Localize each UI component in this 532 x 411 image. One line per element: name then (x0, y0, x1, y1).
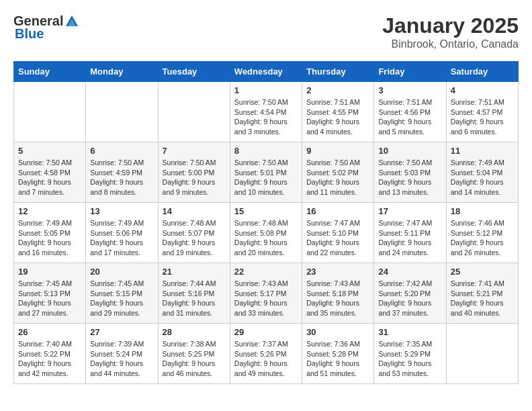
day-info: Sunrise: 7:51 AMSunset: 4:55 PMDaylight:… (306, 97, 369, 137)
day-number: 17 (378, 206, 441, 216)
header-friday: Friday (374, 62, 446, 82)
day-number: 26 (18, 327, 81, 337)
week-row-1: 1Sunrise: 7:50 AMSunset: 4:54 PMDaylight… (14, 82, 519, 142)
day-info: Sunrise: 7:43 AMSunset: 5:17 PMDaylight:… (234, 279, 298, 318)
day-cell: 25Sunrise: 7:41 AMSunset: 5:21 PMDayligh… (446, 263, 518, 324)
day-info: Sunrise: 7:39 AMSunset: 5:24 PMDaylight:… (90, 339, 153, 379)
day-info: Sunrise: 7:48 AMSunset: 5:07 PMDaylight:… (163, 218, 226, 258)
day-number: 10 (378, 146, 441, 156)
day-cell: 30Sunrise: 7:36 AMSunset: 5:28 PMDayligh… (302, 324, 374, 384)
day-cell: 17Sunrise: 7:47 AMSunset: 5:11 PMDayligh… (374, 203, 446, 263)
day-info: Sunrise: 7:42 AMSunset: 5:20 PMDaylight:… (378, 279, 441, 318)
day-cell (158, 82, 230, 142)
day-cell: 26Sunrise: 7:40 AMSunset: 5:22 PMDayligh… (14, 324, 86, 384)
day-number: 15 (234, 206, 298, 216)
day-cell (14, 82, 86, 142)
logo-blue: Blue (13, 26, 44, 42)
month-title: January 2025 (382, 13, 519, 38)
calendar-header: SundayMondayTuesdayWednesdayThursdayFrid… (14, 62, 519, 82)
day-number: 4 (451, 85, 514, 95)
week-row-4: 19Sunrise: 7:45 AMSunset: 5:13 PMDayligh… (14, 263, 519, 324)
header-tuesday: Tuesday (158, 62, 230, 82)
day-number: 9 (306, 146, 369, 156)
day-cell: 16Sunrise: 7:47 AMSunset: 5:10 PMDayligh… (302, 203, 374, 263)
page-header: General Blue January 2025 Binbrook, Onta… (13, 13, 519, 50)
header-thursday: Thursday (302, 62, 374, 82)
header-sunday: Sunday (14, 62, 86, 82)
day-info: Sunrise: 7:50 AMSunset: 5:03 PMDaylight:… (378, 158, 441, 197)
day-info: Sunrise: 7:41 AMSunset: 5:21 PMDaylight:… (451, 279, 514, 318)
day-number: 11 (451, 146, 514, 156)
day-cell: 15Sunrise: 7:48 AMSunset: 5:08 PMDayligh… (230, 203, 302, 263)
day-number: 21 (163, 267, 226, 277)
day-cell: 4Sunrise: 7:51 AMSunset: 4:57 PMDaylight… (446, 82, 518, 142)
day-info: Sunrise: 7:37 AMSunset: 5:26 PMDaylight:… (234, 339, 298, 379)
day-info: Sunrise: 7:50 AMSunset: 4:58 PMDaylight:… (18, 158, 81, 197)
day-number: 23 (306, 267, 369, 277)
day-info: Sunrise: 7:50 AMSunset: 4:54 PMDaylight:… (234, 97, 298, 137)
day-cell: 6Sunrise: 7:50 AMSunset: 4:59 PMDaylight… (86, 142, 158, 203)
day-cell: 19Sunrise: 7:45 AMSunset: 5:13 PMDayligh… (14, 263, 86, 324)
day-info: Sunrise: 7:51 AMSunset: 4:56 PMDaylight:… (378, 97, 441, 137)
header-wednesday: Wednesday (230, 62, 302, 82)
header-saturday: Saturday (446, 62, 518, 82)
day-cell: 22Sunrise: 7:43 AMSunset: 5:17 PMDayligh… (230, 263, 302, 324)
day-cell: 14Sunrise: 7:48 AMSunset: 5:07 PMDayligh… (158, 203, 230, 263)
day-number: 20 (90, 267, 153, 277)
day-number: 8 (234, 146, 298, 156)
logo-icon (64, 14, 79, 29)
day-number: 24 (378, 267, 441, 277)
day-cell: 5Sunrise: 7:50 AMSunset: 4:58 PMDaylight… (14, 142, 86, 203)
day-cell: 28Sunrise: 7:38 AMSunset: 5:25 PMDayligh… (158, 324, 230, 384)
day-cell: 2Sunrise: 7:51 AMSunset: 4:55 PMDaylight… (302, 82, 374, 142)
day-number: 14 (163, 206, 226, 216)
location-title: Binbrook, Ontario, Canada (382, 38, 519, 50)
day-info: Sunrise: 7:49 AMSunset: 5:06 PMDaylight:… (90, 218, 153, 258)
day-info: Sunrise: 7:44 AMSunset: 5:16 PMDaylight:… (163, 279, 226, 318)
day-info: Sunrise: 7:46 AMSunset: 5:12 PMDaylight:… (451, 218, 514, 258)
day-cell: 21Sunrise: 7:44 AMSunset: 5:16 PMDayligh… (158, 263, 230, 324)
day-number: 31 (378, 327, 441, 337)
day-cell: 11Sunrise: 7:49 AMSunset: 5:04 PMDayligh… (446, 142, 518, 203)
day-cell: 24Sunrise: 7:42 AMSunset: 5:20 PMDayligh… (374, 263, 446, 324)
day-cell: 27Sunrise: 7:39 AMSunset: 5:24 PMDayligh… (86, 324, 158, 384)
day-info: Sunrise: 7:36 AMSunset: 5:28 PMDaylight:… (306, 339, 369, 379)
day-cell: 3Sunrise: 7:51 AMSunset: 4:56 PMDaylight… (374, 82, 446, 142)
day-cell: 8Sunrise: 7:50 AMSunset: 5:01 PMDaylight… (230, 142, 302, 203)
header-row: SundayMondayTuesdayWednesdayThursdayFrid… (14, 62, 519, 82)
day-number: 16 (306, 206, 369, 216)
day-info: Sunrise: 7:49 AMSunset: 5:05 PMDaylight:… (18, 218, 81, 258)
day-number: 2 (306, 85, 369, 95)
day-cell: 29Sunrise: 7:37 AMSunset: 5:26 PMDayligh… (230, 324, 302, 384)
day-cell: 31Sunrise: 7:35 AMSunset: 5:29 PMDayligh… (374, 324, 446, 384)
day-cell (446, 324, 518, 384)
day-number: 19 (18, 267, 81, 277)
logo: General Blue (13, 13, 79, 42)
day-info: Sunrise: 7:51 AMSunset: 4:57 PMDaylight:… (451, 97, 514, 137)
day-info: Sunrise: 7:47 AMSunset: 5:10 PMDaylight:… (306, 218, 369, 258)
day-number: 28 (163, 327, 226, 337)
day-cell: 20Sunrise: 7:45 AMSunset: 5:15 PMDayligh… (86, 263, 158, 324)
day-cell (86, 82, 158, 142)
day-info: Sunrise: 7:50 AMSunset: 4:59 PMDaylight:… (90, 158, 153, 197)
day-number: 13 (90, 206, 153, 216)
day-info: Sunrise: 7:40 AMSunset: 5:22 PMDaylight:… (18, 339, 81, 379)
week-row-5: 26Sunrise: 7:40 AMSunset: 5:22 PMDayligh… (14, 324, 519, 384)
day-cell: 12Sunrise: 7:49 AMSunset: 5:05 PMDayligh… (14, 203, 86, 263)
day-number: 3 (378, 85, 441, 95)
day-number: 5 (18, 146, 81, 156)
day-cell: 13Sunrise: 7:49 AMSunset: 5:06 PMDayligh… (86, 203, 158, 263)
day-number: 30 (306, 327, 369, 337)
calendar-body: 1Sunrise: 7:50 AMSunset: 4:54 PMDaylight… (14, 82, 519, 384)
day-info: Sunrise: 7:48 AMSunset: 5:08 PMDaylight:… (234, 218, 298, 258)
day-info: Sunrise: 7:45 AMSunset: 5:15 PMDaylight:… (90, 279, 153, 318)
day-number: 7 (163, 146, 226, 156)
day-number: 1 (234, 85, 298, 95)
title-area: January 2025 Binbrook, Ontario, Canada (382, 13, 519, 50)
day-number: 18 (451, 206, 514, 216)
day-cell: 1Sunrise: 7:50 AMSunset: 4:54 PMDaylight… (230, 82, 302, 142)
day-info: Sunrise: 7:47 AMSunset: 5:11 PMDaylight:… (378, 218, 441, 258)
day-number: 6 (90, 146, 153, 156)
day-info: Sunrise: 7:45 AMSunset: 5:13 PMDaylight:… (18, 279, 81, 318)
day-info: Sunrise: 7:50 AMSunset: 5:00 PMDaylight:… (163, 158, 226, 197)
